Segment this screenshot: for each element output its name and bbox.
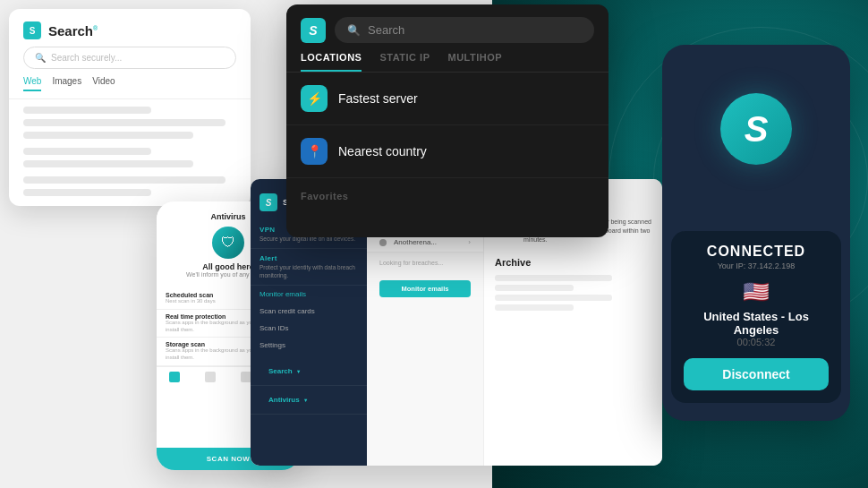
tab-static-ip[interactable]: STATIC IP (379, 52, 430, 72)
favorites-label: Favorites (301, 191, 348, 201)
result-group-2 (23, 148, 236, 167)
favorites-section: Favorites (286, 178, 608, 209)
vpn-logo: S (301, 18, 326, 43)
surfshark-logo-icon: S (23, 21, 41, 39)
result-group-1 (23, 107, 236, 139)
tab-video[interactable]: Video (92, 76, 115, 91)
connected-card: CONNECTED Your IP: 37.142.2.198 🇺🇸 Unite… (671, 231, 841, 403)
sidebar-alert-desc: Protect your identity with data breach m… (260, 264, 358, 279)
nearest-icon: 📍 (301, 138, 328, 165)
search-results (9, 99, 251, 206)
sidebar-search-section: Search ▾ (251, 357, 367, 386)
shield-icon: 🛡 (212, 227, 244, 259)
email-address-2: Anotherena... (394, 238, 461, 246)
chevron-icon: ▾ (297, 368, 300, 374)
sidebar-link-credit[interactable]: Scan credit cards (251, 303, 367, 320)
connected-top: S (662, 45, 850, 231)
sidebar-search-label[interactable]: Search ▾ (260, 363, 358, 380)
vpn-logo-letter: S (309, 23, 317, 38)
vpn-search-bar[interactable]: 🔍 Search (335, 17, 594, 43)
email-dot (379, 239, 387, 246)
nearest-country-item[interactable]: 📍 Nearest country (286, 125, 608, 178)
tab-locations[interactable]: LOCATIONS (301, 52, 362, 72)
result-line (23, 160, 193, 167)
looking-text: Looking for breaches... (367, 253, 483, 273)
connected-location: United States - Los Angeles (684, 310, 829, 337)
result-line (23, 148, 151, 155)
sidebar-antivirus-label[interactable]: Antivirus ▾ (260, 391, 358, 408)
archive-line (495, 275, 612, 281)
vpn-search-icon: 🔍 (347, 24, 361, 37)
archive-line (495, 304, 574, 311)
sidebar-link-monitor[interactable]: Monitor emails (251, 286, 367, 303)
tab-web[interactable]: Web (23, 76, 41, 91)
tablet-header: S Search® (9, 9, 251, 47)
sidebar-antivirus-section: Antivirus ▾ (251, 386, 367, 415)
search-tabs: Web Images Video (9, 76, 251, 99)
tab-multihop[interactable]: MULTIHOP (448, 52, 503, 72)
archive-section: Archive (495, 257, 651, 311)
nav-item-2[interactable] (205, 372, 216, 382)
vpn-search-placeholder: Search (368, 23, 404, 37)
fastest-label: Fastest server (338, 91, 418, 106)
nearest-label: Nearest country (338, 144, 427, 158)
search-title: Search® (48, 23, 98, 39)
us-flag-icon: 🇺🇸 (684, 279, 829, 304)
sidebar-logo-icon: S (260, 193, 277, 211)
sidebar-alert-label: Alert (260, 254, 358, 262)
connected-label: CONNECTED (684, 244, 829, 260)
search-tablet: S Search® 🔍 Search securely... Web Image… (9, 9, 251, 206)
disconnect-button[interactable]: Disconnect (684, 358, 829, 390)
nav-home[interactable] (169, 372, 180, 382)
connected-phone: S CONNECTED Your IP: 37.142.2.198 🇺🇸 Uni… (662, 45, 850, 421)
sidebar-alert-section: Alert Protect your identity with data br… (251, 249, 367, 286)
search-placeholder: Search securely... (51, 53, 122, 63)
email-arrow-icon: › (468, 238, 471, 246)
search-bar[interactable]: 🔍 Search securely... (23, 47, 236, 69)
tab-images[interactable]: Images (52, 76, 81, 91)
connected-ip: Your IP: 37.142.2.198 (684, 261, 829, 270)
archive-line (495, 285, 574, 291)
monitor-emails-button[interactable]: Monitor emails (379, 280, 471, 297)
surfshark-logo-large: S (720, 93, 792, 165)
search-icon: 🔍 (35, 53, 46, 63)
result-line (23, 189, 151, 196)
result-line (23, 132, 193, 139)
surfshark-s-letter: S (745, 109, 769, 150)
connected-status: CONNECTED Your IP: 37.142.2.198 (684, 244, 829, 270)
vpn-header: S 🔍 Search (286, 4, 608, 52)
result-line (23, 176, 226, 184)
fastest-icon: ⚡ (301, 85, 328, 112)
vpn-tabs: LOCATIONS STATIC IP MULTIHOP (286, 52, 608, 73)
connected-time: 00:05:32 (684, 337, 829, 347)
sidebar-link-ids[interactable]: Scan IDs (251, 320, 367, 337)
chevron-icon: ▾ (304, 397, 307, 403)
result-group-3 (23, 176, 236, 196)
result-line (23, 107, 151, 114)
sidebar-link-settings[interactable]: Settings (251, 337, 367, 354)
fastest-server-item[interactable]: ⚡ Fastest server (286, 73, 608, 125)
archive-title: Archive (495, 257, 651, 268)
archive-line (495, 295, 612, 301)
vpn-panel: S 🔍 Search LOCATIONS STATIC IP MULTIHOP … (286, 4, 608, 237)
result-line (23, 119, 226, 126)
